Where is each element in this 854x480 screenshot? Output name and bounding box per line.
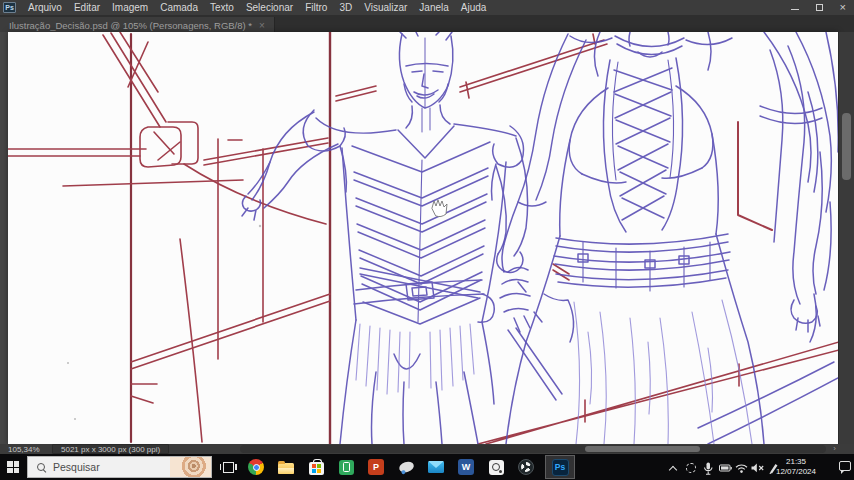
photoshop-logo-icon: Ps	[3, 2, 16, 13]
photoshop-menubar: Ps Arquivo Editar Imagem Camada Texto Se…	[0, 0, 854, 15]
search-highlight-image[interactable]	[170, 457, 211, 477]
menu-selecionar[interactable]: Selecionar	[240, 2, 299, 13]
task-view-icon	[223, 462, 234, 473]
woman-sketch	[500, 32, 838, 444]
mail-button[interactable]	[427, 458, 445, 476]
document-info[interactable]: 5021 px x 3000 px (300 ppi)	[52, 444, 169, 454]
minimize-icon[interactable]	[791, 9, 799, 10]
screen: Ps Arquivo Editar Imagem Camada Texto Se…	[0, 0, 854, 480]
menu-3d[interactable]: 3D	[333, 2, 358, 13]
canvas-artwork[interactable]	[8, 32, 838, 444]
tablet-driver-icon	[397, 460, 414, 474]
microsoft-store-icon	[309, 462, 324, 475]
document-tab-bar: Ilustração_Decisão.psd @ 105% (Personage…	[0, 15, 854, 32]
horizontal-scrollbar[interactable]	[240, 445, 826, 453]
document-title: Ilustração_Decisão.psd @ 105% (Personage…	[9, 20, 252, 31]
notification-center-button[interactable]	[839, 461, 851, 471]
mail-icon	[428, 461, 444, 473]
start-button[interactable]	[0, 454, 26, 480]
status-bar: 105,34% 5021 px x 3000 px (300 ppi) ›	[0, 444, 854, 454]
powerpoint-icon: P	[368, 459, 384, 475]
search-icon	[37, 463, 46, 472]
menu-editar[interactable]: Editar	[68, 2, 106, 13]
knight-sketch	[242, 32, 562, 444]
photoshop-icon: Ps	[552, 459, 569, 476]
menu-janela[interactable]: Janela	[413, 2, 454, 13]
word-button[interactable]: W	[457, 458, 475, 476]
volume-muted-icon	[751, 463, 764, 473]
close-icon[interactable]: ×	[840, 2, 846, 13]
menu-arquivo[interactable]: Arquivo	[22, 2, 68, 13]
restore-icon[interactable]	[816, 4, 823, 11]
tablet-driver-button[interactable]	[397, 458, 415, 476]
obs-button[interactable]	[517, 458, 535, 476]
menu-visualizar[interactable]: Visualizar	[358, 2, 413, 13]
tab-close-icon[interactable]: ×	[259, 20, 265, 31]
canvas-area	[0, 32, 854, 444]
menu-texto[interactable]: Texto	[204, 2, 240, 13]
menu-imagem[interactable]: Imagem	[106, 2, 154, 13]
powerpoint-button[interactable]: P	[367, 458, 385, 476]
photoshop-taskbar-button[interactable]: Ps	[545, 455, 575, 479]
taskbar-clock[interactable]: 21:35 12/07/2024	[770, 457, 822, 477]
scroll-right-arrow-icon[interactable]: ›	[833, 444, 836, 454]
phone-app-icon	[339, 460, 354, 475]
wifi-button[interactable]	[734, 461, 748, 475]
chrome-icon	[248, 459, 264, 475]
microphone-icon	[703, 462, 713, 475]
screen-recorder-icon	[489, 460, 504, 475]
horizontal-scrollbar-thumb[interactable]	[585, 446, 700, 452]
phone-app-button[interactable]	[337, 458, 355, 476]
menu-camada[interactable]: Camada	[154, 2, 204, 13]
file-explorer-icon	[278, 463, 294, 474]
menu-ajuda[interactable]: Ajuda	[455, 2, 493, 13]
vertical-scrollbar[interactable]	[838, 32, 854, 444]
search-input[interactable]: Pesquisar	[27, 456, 212, 478]
battery-button[interactable]	[718, 461, 732, 475]
obs-icon	[518, 459, 534, 475]
vertical-scrollbar-thumb[interactable]	[842, 113, 851, 180]
chrome-button[interactable]	[247, 458, 265, 476]
red-guide-lines	[8, 32, 838, 444]
dust-specks	[67, 225, 261, 420]
sync-button[interactable]	[684, 461, 698, 475]
clock-date: 12/07/2024	[770, 467, 822, 477]
screen-recorder-button[interactable]	[487, 458, 505, 476]
file-explorer-button[interactable]	[277, 458, 295, 476]
windows-taskbar: Pesquisar P W Ps	[0, 454, 854, 480]
sync-icon	[686, 463, 696, 473]
zoom-level-field[interactable]: 105,34%	[8, 445, 40, 454]
menu-filtro[interactable]: Filtro	[299, 2, 333, 13]
microsoft-store-button[interactable]	[307, 458, 325, 476]
windows-logo-icon	[7, 461, 19, 473]
task-view-button[interactable]	[219, 458, 237, 476]
microphone-button[interactable]	[701, 461, 715, 475]
hidden-icons-button[interactable]	[666, 461, 680, 475]
battery-icon	[719, 464, 732, 472]
volume-button[interactable]	[750, 461, 764, 475]
search-placeholder: Pesquisar	[53, 461, 100, 473]
skirt-folds	[574, 300, 752, 444]
wifi-icon	[735, 463, 748, 473]
chevron-up-icon	[669, 465, 677, 473]
word-icon: W	[458, 459, 474, 475]
clock-time: 21:35	[770, 457, 822, 467]
hand-tool-cursor	[432, 200, 447, 217]
